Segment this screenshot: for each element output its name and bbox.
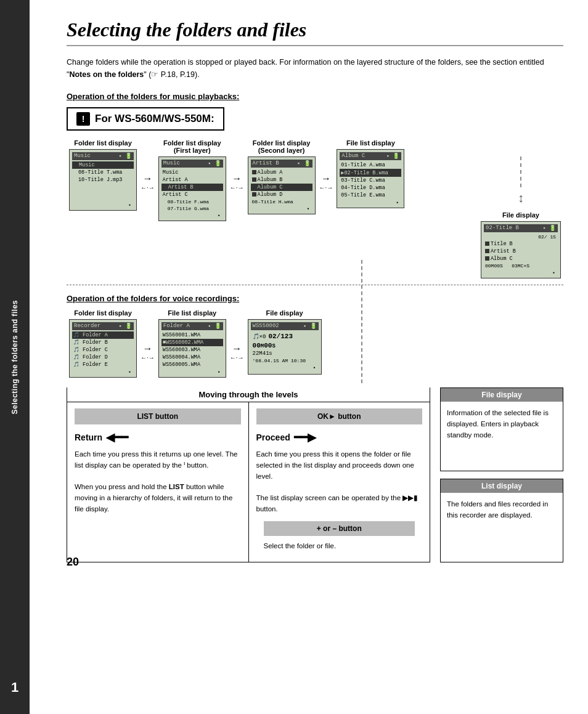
music-screen-4-label: File list display bbox=[346, 139, 395, 147]
return-text: Return bbox=[75, 432, 102, 442]
voice-arrow-1: → ←·→ bbox=[139, 343, 156, 361]
file-display-music: File display 02-Title B▪ 🔋 02/ 15 Title … bbox=[481, 211, 561, 278]
or-button: + or – button bbox=[264, 521, 415, 536]
page-title: Selecting the folders and files bbox=[67, 18, 563, 46]
list-button-box: LIST button bbox=[75, 408, 241, 424]
ok-desc: Each time you press this it opens the fo… bbox=[256, 449, 423, 515]
list-display-content: The folders and files recorded in this r… bbox=[441, 493, 563, 527]
voice-screen-3: File display WS550002▪ 🔋 🎵×0 02/123 00M0… bbox=[248, 309, 322, 375]
model-box: ! For WS-560M/WS-550M: bbox=[67, 107, 224, 131]
select-text: Select the folder or file. bbox=[256, 542, 423, 556]
levels-right: File display Information of the selected… bbox=[440, 387, 563, 562]
return-label: Return ◀━━ bbox=[75, 431, 241, 444]
levels-left-box: Moving through the levels LIST button Re… bbox=[67, 387, 430, 562]
music-section-heading: Operation of the folders for music playb… bbox=[67, 92, 563, 101]
sidebar-number: 1 bbox=[0, 680, 30, 696]
sidebar: Selecting the folders and files 1 bbox=[0, 0, 30, 714]
voice-screen-1: Folder list display Recorder▪ 🔋 🎵 Folder… bbox=[69, 309, 137, 378]
arrow-2: → ←·→ bbox=[229, 173, 245, 191]
arrow-1: → ←·→ bbox=[139, 173, 156, 191]
music-screen-2-label: Folder list display(First layer) bbox=[163, 139, 221, 154]
music-screen-2: Folder list display(First layer) Music▪ … bbox=[158, 139, 226, 221]
list-display-title: List display bbox=[441, 479, 563, 493]
proceed-arrow-icon: ━━▶ bbox=[294, 431, 316, 444]
file-display-box: File display Information of the selected… bbox=[440, 387, 563, 471]
voice-screen-2: File list display Folder A▪ 🔋 WS560001.W… bbox=[158, 309, 226, 378]
proceed-text: Proceed bbox=[256, 432, 290, 442]
music-screen-3-label: Folder list display(Second layer) bbox=[253, 139, 311, 154]
proceed-label: Proceed ━━▶ bbox=[256, 431, 423, 444]
levels-title: Moving through the levels bbox=[67, 387, 430, 402]
levels-content: LIST button Return ◀━━ Each time you pre… bbox=[67, 402, 430, 562]
music-screen-3: Folder list display(Second layer) Artist… bbox=[248, 139, 316, 214]
music-screen-1: Folder list display Music▪ 🔋 Music 08-Ti… bbox=[69, 139, 137, 211]
list-button-col: LIST button Return ◀━━ Each time you pre… bbox=[67, 402, 249, 562]
section-divider bbox=[67, 285, 563, 285]
warn-icon: ! bbox=[76, 112, 90, 126]
sidebar-label: Selecting the folders and files bbox=[10, 300, 19, 415]
ok-button-col: OK► button Proceed ━━▶ Each time you pre… bbox=[249, 402, 430, 562]
levels-section: Moving through the levels LIST button Re… bbox=[67, 387, 563, 562]
model-box-text: For WS-560M/WS-550M: bbox=[95, 113, 214, 125]
page-number: 20 bbox=[67, 556, 79, 569]
voice-arrow-2: → ←·→ bbox=[229, 343, 245, 361]
arrow-3: → ←·→ bbox=[318, 173, 335, 191]
music-screen-4: File list display Album C▪ 🔋 01-Title A.… bbox=[337, 139, 404, 208]
list-desc: Each time you press this it returns up o… bbox=[75, 449, 241, 515]
voice-section-heading: Operation of the folders for voice recor… bbox=[67, 294, 563, 303]
list-display-box: List display The folders and files recor… bbox=[440, 479, 563, 562]
ok-button-box: OK► button bbox=[256, 408, 423, 424]
return-arrow-icon: ◀━━ bbox=[106, 431, 128, 444]
intro-paragraph: Change folders while the operation is st… bbox=[67, 56, 563, 81]
file-display-content: Information of the selected file is disp… bbox=[441, 402, 563, 447]
file-display-title: File display bbox=[441, 388, 563, 402]
music-screen-1-label: Folder list display bbox=[74, 139, 132, 147]
